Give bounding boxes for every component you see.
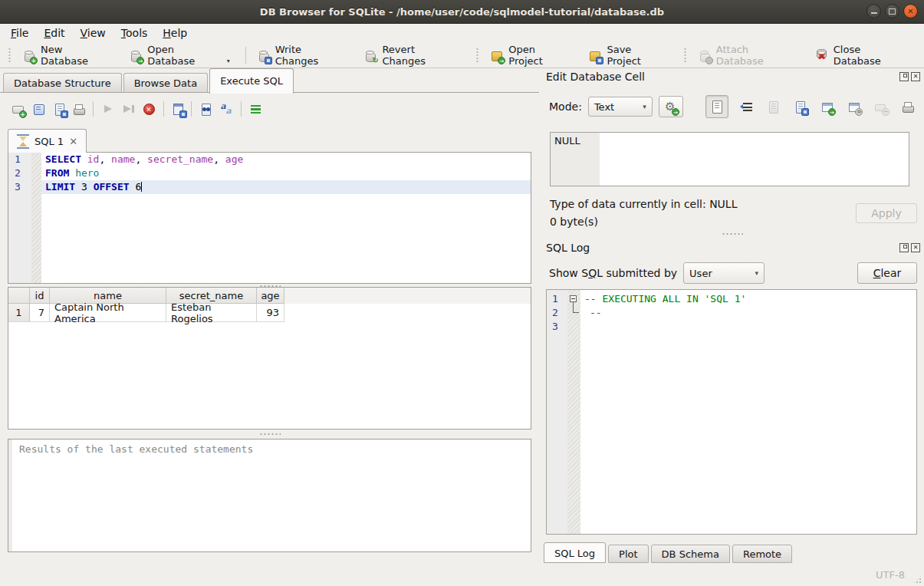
toolbar-handle[interactable] [8,48,12,63]
tab-new-button[interactable] [8,99,28,119]
bottom-tab-plot[interactable]: Plot [608,545,649,563]
table-cell[interactable]: 93 [257,304,284,322]
table-cell[interactable]: Captain North America [50,304,166,322]
new-database-label: New Database [41,44,112,67]
clear-button[interactable]: Clear [857,262,917,284]
format-button[interactable] [245,99,266,119]
auto-mode-button[interactable] [659,96,683,117]
cell-value-editor[interactable]: NULL [550,132,909,186]
find-button[interactable] [196,99,216,119]
apply-button[interactable]: Apply [856,203,917,223]
edit-cell-dock-titlebar[interactable]: Edit Database Cell [546,69,920,84]
log-comment-line [580,320,916,334]
status-bar: UTF-8 [0,563,924,586]
table-corner-header[interactable] [8,288,30,304]
bottom-tab-db-schema[interactable]: DB Schema [651,545,730,563]
column-header-id[interactable]: id [30,288,50,304]
close-dock-icon[interactable] [911,72,920,81]
bottom-tab-remote[interactable]: Remote [732,545,792,563]
float-dock-icon[interactable] [899,72,909,81]
sql-editor[interactable]: 123 SELECT id, name, secret_name, ageFRO… [8,152,531,284]
right-dock: Edit Database Cell Mode: Text ▾ NULL Typ… [540,67,924,564]
close-database-button[interactable]: Close Database [809,41,916,70]
table-cell[interactable]: Esteban Rogelios [166,304,257,322]
log-line-number: 1 [547,292,567,306]
tab-browse-data[interactable]: Browse Data [123,73,209,93]
dock-splitter[interactable] [540,231,924,237]
db-close-icon [815,49,829,62]
title-bar[interactable]: DB Browser for SQLite - /home/user/code/… [0,0,924,24]
revert-changes-label: Revert Changes [382,44,460,67]
save-project-button[interactable]: Save Project [582,41,673,70]
results-message-pane: Results of the last executed statements [8,439,531,552]
sql-tab-close-icon[interactable]: ✕ [69,137,77,146]
chevron-down-icon[interactable]: ▾ [227,58,230,64]
menu-tools[interactable]: Tools [113,25,156,41]
menu-file[interactable]: File [3,25,36,41]
set-null-icon [874,100,888,114]
encoding-indicator: UTF-8 [876,569,905,581]
tab-database-structure[interactable]: Database Structure [3,73,122,93]
table-row: 17Captain North AmericaEsteban Rogelios9… [8,304,531,322]
results-table[interactable]: idnamesecret_nameage 17Captain North Ame… [8,287,531,430]
edit-cell-title: Edit Database Cell [546,71,645,83]
mode-select[interactable]: Text ▾ [588,97,653,117]
main-toolbar: New DatabaseOpen Database▾Write ChangesR… [0,43,924,68]
save-as-button[interactable] [792,97,809,116]
replace-button[interactable] [216,99,237,119]
sql-log-viewer[interactable]: 123 -- EXECUTING ALL IN 'SQL 1'-- [546,289,917,535]
print-button[interactable] [899,97,916,116]
menu-edit[interactable]: Edit [36,25,72,41]
sql-document-tab[interactable]: SQL 1 ✕ [8,129,87,153]
wrap-button[interactable] [738,97,755,116]
execute-line-icon [122,103,136,116]
open-file-icon [32,103,46,116]
editor-text-area[interactable]: SELECT id, name, secret_name, ageFROM he… [41,153,531,283]
maximize-icon[interactable] [885,4,899,18]
text-doc-button[interactable] [705,95,728,118]
db-write-icon [257,49,271,62]
close-dock-icon[interactable] [911,243,920,252]
proj-save-icon [588,49,602,62]
text-doc-icon [710,100,724,114]
stop-button[interactable] [139,99,159,119]
bottom-tab-sql-log[interactable]: SQL Log [544,542,606,563]
tab-execute-sql[interactable]: Execute SQL [209,68,294,94]
close-icon[interactable] [903,4,918,18]
log-text-area: -- EXECUTING ALL IN 'SQL 1'-- [580,290,916,534]
submitted-by-select[interactable]: User ▾ [683,262,765,284]
splitter-grip-icon [259,433,281,436]
print-button[interactable] [68,99,89,119]
hourglass-icon [17,134,29,149]
menu-view[interactable]: View [73,25,113,41]
minimize-icon[interactable] [866,4,881,18]
db-browser-window: DB Browser for SQLite - /home/user/code/… [0,0,924,586]
revert-changes-button[interactable]: Revert Changes [357,41,466,70]
set-null-button [873,97,889,116]
float-dock-icon[interactable] [899,243,909,252]
write-changes-button[interactable]: Write Changes [251,41,353,70]
table-cell[interactable]: 7 [30,304,50,322]
sql-log-dock-titlebar[interactable]: SQL Log [546,240,920,255]
open-project-label: Open Project [508,44,571,67]
export-win-button[interactable] [819,97,836,116]
resize-grip[interactable] [912,574,922,584]
new-database-button[interactable]: New Database [16,41,118,70]
toolbar-handle[interactable] [683,48,687,63]
print-icon [72,103,86,116]
column-header-age[interactable]: age [257,288,284,304]
open-file-button[interactable] [28,99,49,119]
open-project-button[interactable]: Open Project [484,41,577,70]
table-message-splitter[interactable] [8,432,531,436]
proj-open-icon [490,49,504,62]
results-message-text: Results of the last executed statements [12,440,260,551]
main-tab-bar: Database StructureBrowse DataExecute SQL [0,67,539,93]
toolbar-handle[interactable] [475,48,479,63]
link-win-button[interactable] [846,97,863,116]
row-number[interactable]: 1 [8,304,30,322]
line-number: 2 [8,166,31,180]
open-database-button[interactable]: Open Database▾ [123,41,235,70]
fold-collapse-icon[interactable] [570,295,577,302]
menu-help[interactable]: Help [155,25,195,41]
export-win-icon [820,100,834,114]
